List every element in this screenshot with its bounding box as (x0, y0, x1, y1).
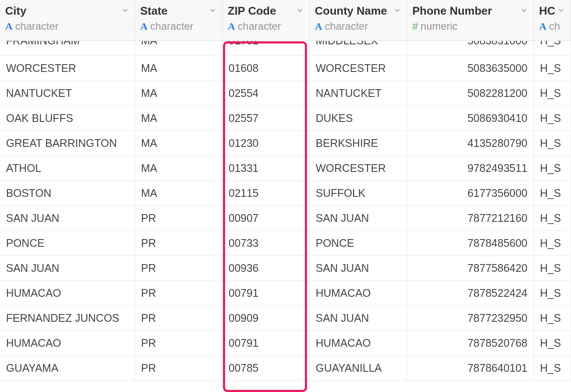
cell-city[interactable]: BOSTON (0, 181, 135, 206)
cell-county[interactable]: SAN JUAN (310, 306, 407, 331)
cell-state[interactable]: MA (135, 106, 223, 131)
column-header-phone[interactable]: Phone Number#numeric (407, 0, 534, 41)
cell-state[interactable]: PR (135, 256, 223, 281)
cell-zip[interactable]: 00907 (223, 206, 310, 231)
chevron-down-icon[interactable] (393, 6, 402, 15)
chevron-down-icon[interactable] (208, 6, 217, 15)
chevron-down-icon[interactable] (557, 6, 565, 15)
cell-zip[interactable]: 01331 (223, 156, 310, 181)
cell-state[interactable]: PR (135, 281, 223, 306)
cell-zip[interactable]: 01701 (223, 41, 310, 56)
cell-zip[interactable]: 02554 (223, 81, 310, 106)
cell-hc[interactable]: H_S (534, 256, 571, 281)
cell-city[interactable]: HUMACAO (0, 331, 135, 356)
cell-county[interactable]: HUMACAO (310, 281, 407, 306)
cell-hc[interactable]: H_S (534, 56, 571, 81)
cell-hc[interactable]: H_S (534, 356, 571, 381)
cell-phone[interactable]: 5082281200 (407, 81, 534, 106)
cell-county[interactable]: WORCESTER (310, 56, 407, 81)
column-title: City (5, 4, 129, 18)
chevron-down-icon[interactable] (121, 6, 129, 15)
cell-county[interactable]: BERKSHIRE (310, 131, 407, 156)
cell-zip[interactable]: 01608 (223, 56, 310, 81)
cell-hc[interactable]: H_S (534, 306, 571, 331)
cell-city[interactable]: PONCE (0, 231, 135, 256)
cell-phone[interactable]: 7878485600 (407, 231, 534, 256)
cell-county[interactable]: DUKES (310, 106, 407, 131)
cell-hc[interactable]: H_S (534, 231, 571, 256)
cell-state[interactable]: MA (135, 156, 223, 181)
cell-phone[interactable]: 5083831000 (407, 41, 534, 56)
cell-county[interactable]: GUAYANILLA (310, 356, 407, 381)
column-type: #numeric (412, 20, 528, 32)
cell-phone[interactable]: 5083635000 (407, 56, 534, 81)
cell-zip[interactable]: 00791 (223, 281, 310, 306)
column-header-city[interactable]: CityAcharacter (0, 0, 135, 41)
column-header-county[interactable]: County NameAcharacter (310, 0, 407, 41)
cell-state[interactable]: MA (135, 181, 223, 206)
cell-city[interactable]: FRAMINGHAM (0, 41, 135, 56)
chevron-down-icon[interactable] (520, 6, 528, 15)
column-header-hc[interactable]: HCAch (534, 0, 571, 41)
cell-city[interactable]: SAN JUAN (0, 206, 135, 231)
cell-state[interactable]: PR (135, 231, 223, 256)
cell-phone[interactable]: 7878522424 (407, 281, 534, 306)
cell-state[interactable]: MA (135, 131, 223, 156)
cell-hc[interactable]: H_S (534, 41, 571, 56)
cell-zip[interactable]: 00909 (223, 306, 310, 331)
cell-hc[interactable]: H_S (534, 81, 571, 106)
cell-state[interactable]: PR (135, 331, 223, 356)
cell-zip[interactable]: 02115 (223, 181, 310, 206)
cell-phone[interactable]: 9782493511 (407, 156, 534, 181)
cell-zip[interactable]: 00936 (223, 256, 310, 281)
cell-county[interactable]: SUFFOLK (310, 181, 407, 206)
cell-hc[interactable]: H_S (534, 281, 571, 306)
cell-city[interactable]: FERNANDEZ JUNCOS (0, 306, 135, 331)
cell-hc[interactable]: H_S (534, 106, 571, 131)
cell-phone[interactable]: 7877232950 (407, 306, 534, 331)
cell-city[interactable]: GREAT BARRINGTON (0, 131, 135, 156)
cell-county[interactable]: WORCESTER (310, 156, 407, 181)
cell-hc[interactable]: H_S (534, 206, 571, 231)
cell-hc[interactable]: H_S (534, 331, 571, 356)
cell-state[interactable]: PR (135, 206, 223, 231)
cell-hc[interactable]: H_S (534, 156, 571, 181)
cell-city[interactable]: HUMACAO (0, 281, 135, 306)
cell-phone[interactable]: 6177356000 (407, 181, 534, 206)
cell-phone[interactable]: 5086930410 (407, 106, 534, 131)
column-type: Acharacter (228, 20, 304, 32)
cell-city[interactable]: SAN JUAN (0, 256, 135, 281)
cell-city[interactable]: OAK BLUFFS (0, 106, 135, 131)
cell-county[interactable]: MIDDLESEX (310, 41, 407, 56)
chevron-down-icon[interactable] (295, 6, 304, 15)
cell-phone[interactable]: 7877212160 (407, 206, 534, 231)
cell-state[interactable]: MA (135, 81, 223, 106)
column-header-zip[interactable]: ZIP CodeAcharacter (223, 0, 310, 41)
cell-county[interactable]: HUMACAO (310, 331, 407, 356)
cell-state[interactable]: PR (135, 356, 223, 381)
cell-county[interactable]: SAN JUAN (310, 256, 407, 281)
cell-phone[interactable]: 7877586420 (407, 256, 534, 281)
cell-city[interactable]: ATHOL (0, 156, 135, 181)
cell-state[interactable]: MA (135, 56, 223, 81)
cell-zip[interactable]: 00733 (223, 231, 310, 256)
cell-hc[interactable]: H_S (534, 131, 571, 156)
cell-zip[interactable]: 02557 (223, 106, 310, 131)
cell-phone[interactable]: 7878640101 (407, 356, 534, 381)
cell-state[interactable]: PR (135, 306, 223, 331)
column-type-label: character (325, 20, 368, 32)
cell-zip[interactable]: 01230 (223, 131, 310, 156)
cell-hc[interactable]: H_S (534, 181, 571, 206)
cell-zip[interactable]: 00791 (223, 331, 310, 356)
cell-city[interactable]: NANTUCKET (0, 81, 135, 106)
cell-city[interactable]: WORCESTER (0, 56, 135, 81)
cell-phone[interactable]: 7878520768 (407, 331, 534, 356)
cell-city[interactable]: GUAYAMA (0, 356, 135, 381)
cell-zip[interactable]: 00785 (223, 356, 310, 381)
column-header-state[interactable]: StateAcharacter (135, 0, 223, 41)
cell-county[interactable]: NANTUCKET (310, 81, 407, 106)
cell-phone[interactable]: 4135280790 (407, 131, 534, 156)
cell-state[interactable]: MA (135, 41, 223, 56)
cell-county[interactable]: PONCE (310, 231, 407, 256)
cell-county[interactable]: SAN JUAN (310, 206, 407, 231)
